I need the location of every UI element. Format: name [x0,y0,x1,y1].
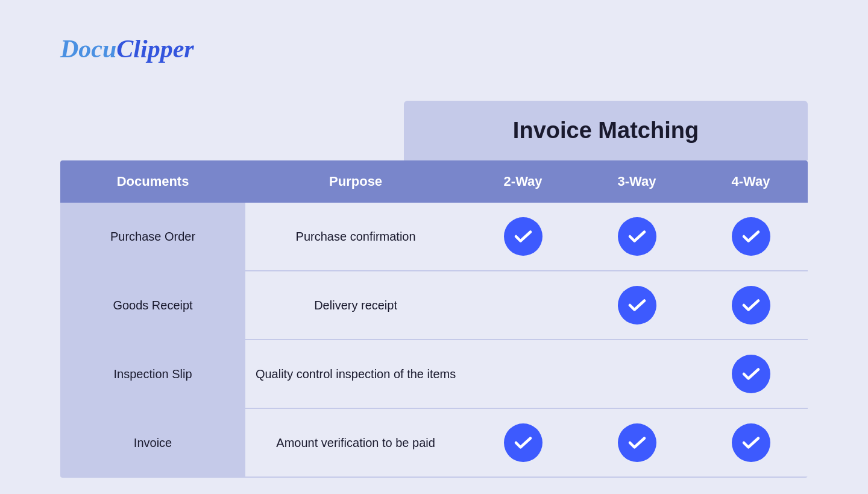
cell-4way [694,408,808,477]
table-row: Goods ReceiptDelivery receipt [60,271,808,340]
cell-3way [580,203,694,271]
cell-3way [580,271,694,340]
check-icon [504,217,542,256]
check-icon [618,286,656,325]
check-icon [504,423,542,462]
check-icon [732,423,770,462]
cell-4way [694,203,808,271]
table-row: InvoiceAmount verification to be paid [60,408,808,477]
cell-3way [580,340,694,408]
logo-docu: Docu [60,35,116,63]
cell-purpose: Amount verification to be paid [245,408,466,477]
cell-document: Inspection Slip [60,340,245,408]
table-row: Inspection SlipQuality control inspectio… [60,340,808,408]
cell-3way [580,408,694,477]
cell-2way [466,408,580,477]
comparison-table: Documents Purpose 2-Way 3-Way 4-Way Purc… [60,160,808,478]
cell-2way [466,271,580,340]
cell-2way [466,340,580,408]
check-icon [732,355,770,393]
table-header-row: Documents Purpose 2-Way 3-Way 4-Way [60,160,808,203]
cell-4way [694,271,808,340]
cell-4way [694,340,808,408]
check-icon [618,423,656,462]
col-header-purpose: Purpose [245,160,466,203]
col-header-2way: 2-Way [466,160,580,203]
check-icon [732,286,770,325]
cell-document: Goods Receipt [60,271,245,340]
cell-document: Invoice [60,408,245,477]
cell-purpose: Purchase confirmation [245,203,466,271]
cell-document: Purchase Order [60,203,245,271]
check-icon [732,217,770,256]
col-header-4way: 4-Way [694,160,808,203]
cell-purpose: Quality control inspection of the items [245,340,466,408]
cell-2way [466,203,580,271]
logo: DocuClipper [60,34,194,63]
col-header-3way: 3-Way [580,160,694,203]
table-row: Purchase OrderPurchase confirmation [60,203,808,271]
check-icon [618,217,656,256]
cell-purpose: Delivery receipt [245,271,466,340]
logo-clipper: Clipper [116,35,193,63]
invoice-matching-title: Invoice Matching [416,118,796,144]
col-header-documents: Documents [60,160,245,203]
